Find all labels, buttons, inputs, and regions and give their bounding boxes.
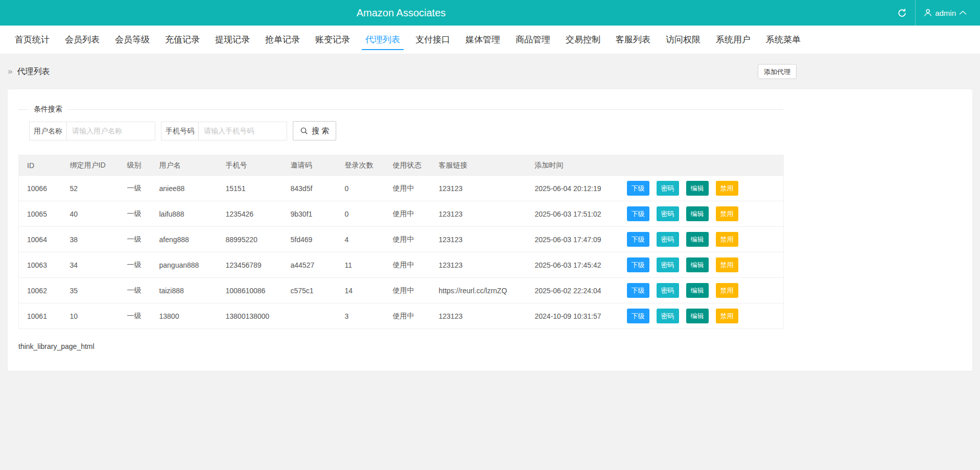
breadcrumb-marker-icon: » (8, 66, 12, 77)
user-menu[interactable]: admin (924, 9, 967, 17)
nav-tab-0[interactable]: 首页统计 (7, 26, 57, 54)
cell-login-count: 3 (337, 303, 385, 329)
phone-label: 手机号码 (161, 122, 199, 140)
phone-input[interactable] (199, 122, 287, 140)
refresh-icon[interactable] (897, 8, 907, 18)
edit-button[interactable]: 编辑 (686, 309, 709, 323)
password-button[interactable]: 密码 (657, 257, 679, 272)
edit-button[interactable]: 编辑 (686, 283, 709, 298)
cell-actions: 下级密码编辑禁用 (619, 303, 784, 329)
cell-service-link: 123123 (431, 252, 527, 278)
topbar: Amazon Associates admin (0, 0, 980, 26)
cell-service-link: 123123 (431, 227, 527, 252)
password-button[interactable]: 密码 (657, 206, 679, 221)
cell-actions: 下级密码编辑禁用 (619, 227, 784, 252)
disable-button[interactable]: 禁用 (716, 181, 738, 196)
column-header: 客服链接 (431, 155, 527, 176)
cell-service-link: 123123 (431, 303, 527, 329)
table-row: 1006235一级taizi8881008610086c575c114使用中ht… (19, 278, 784, 303)
cell-bind-user-id: 38 (62, 227, 119, 252)
phone-group: 手机号码 (161, 122, 287, 140)
app-title: Amazon Associates (357, 0, 446, 26)
disable-button[interactable]: 禁用 (716, 232, 738, 247)
edit-button[interactable]: 编辑 (686, 232, 709, 247)
nav-tab-11[interactable]: 交易控制 (558, 26, 608, 54)
disable-button[interactable]: 禁用 (716, 257, 738, 272)
cell-login-count: 11 (337, 252, 385, 278)
nav-tab-8[interactable]: 支付接口 (408, 26, 458, 54)
username: admin (935, 9, 956, 17)
nav-tab-14[interactable]: 系统用户 (708, 26, 758, 54)
cell-added-time: 2024-10-09 10:31:57 (527, 303, 619, 329)
search-button[interactable]: 搜 索 (293, 121, 336, 140)
cell-status: 使用中 (385, 176, 431, 201)
disable-button[interactable]: 禁用 (716, 309, 738, 323)
cell-id: 10062 (19, 278, 62, 303)
column-header: 用户名 (151, 155, 218, 176)
table-row: 1006540一级laifu88812354269b30f10使用中123123… (19, 201, 784, 227)
cell-added-time: 2025-06-04 20:12:19 (527, 176, 619, 201)
nav-tab-7[interactable]: 代理列表 (358, 26, 408, 54)
sub-agents-button[interactable]: 下级 (627, 257, 649, 272)
person-icon (924, 9, 932, 17)
cell-added-time: 2025-06-03 17:47:09 (527, 227, 619, 252)
nav-tab-9[interactable]: 媒体管理 (458, 26, 508, 54)
cell-username: panguan888 (151, 252, 218, 278)
cell-phone: 1008610086 (218, 278, 283, 303)
password-button[interactable]: 密码 (657, 283, 679, 298)
cell-invite-code: 9b30f1 (283, 201, 337, 227)
table-header-row: ID绑定用户ID级别用户名手机号邀请码登录次数使用状态客服链接添加时间 (19, 155, 784, 176)
nav-tab-5[interactable]: 抢单记录 (258, 26, 308, 54)
cell-level: 一级 (119, 176, 151, 201)
sub-agents-button[interactable]: 下级 (627, 309, 649, 323)
cell-bind-user-id: 35 (62, 278, 119, 303)
column-header: 邀请码 (283, 155, 337, 176)
agent-table-body: 1006652一级aniee8815151843d5f0使用中123123202… (19, 176, 784, 329)
disable-button[interactable]: 禁用 (716, 206, 738, 221)
column-header: 绑定用户ID (62, 155, 119, 176)
column-header: 级别 (119, 155, 151, 176)
edit-button[interactable]: 编辑 (686, 257, 709, 272)
edit-button[interactable]: 编辑 (686, 181, 709, 196)
sub-agents-button[interactable]: 下级 (627, 232, 649, 247)
disable-button[interactable]: 禁用 (716, 283, 738, 298)
cell-service-link: 123123 (431, 176, 527, 201)
nav-tab-3[interactable]: 充值记录 (157, 26, 207, 54)
search-button-label: 搜 索 (312, 126, 329, 136)
chevron-up-icon (959, 11, 967, 15)
page-footer-text: think_library_page_html (18, 342, 783, 350)
cell-username: 13800 (151, 303, 218, 329)
cell-level: 一级 (119, 303, 151, 329)
edit-button[interactable]: 编辑 (686, 206, 709, 221)
password-button[interactable]: 密码 (657, 309, 679, 323)
cell-login-count: 0 (337, 201, 385, 227)
nav-tab-6[interactable]: 账变记录 (308, 26, 358, 54)
cell-actions: 下级密码编辑禁用 (619, 252, 784, 278)
cell-invite-code: 843d5f (283, 176, 337, 201)
sub-agents-button[interactable]: 下级 (627, 206, 649, 221)
nav-tab-12[interactable]: 客服列表 (608, 26, 658, 54)
topbar-divider (915, 0, 916, 26)
cell-level: 一级 (119, 201, 151, 227)
column-header: 登录次数 (337, 155, 385, 176)
cell-invite-code: c575c1 (283, 278, 337, 303)
cell-status: 使用中 (385, 278, 431, 303)
nav-tab-15[interactable]: 系统菜单 (758, 26, 808, 54)
password-button[interactable]: 密码 (657, 232, 679, 247)
nav-tab-4[interactable]: 提现记录 (207, 26, 258, 54)
cell-id: 10063 (19, 252, 62, 278)
cell-bind-user-id: 40 (62, 201, 119, 227)
nav-tab-2[interactable]: 会员等级 (107, 26, 157, 54)
cell-actions: 下级密码编辑禁用 (619, 176, 784, 201)
cell-status: 使用中 (385, 201, 431, 227)
nav-tab-10[interactable]: 商品管理 (508, 26, 558, 54)
breadcrumb: 代理列表 (17, 66, 50, 77)
nav-tab-13[interactable]: 访问权限 (658, 26, 708, 54)
add-agent-button[interactable]: 添加代理 (758, 64, 797, 79)
username-input[interactable] (67, 122, 155, 140)
table-row: 1006334一级panguan888123456789a4452711使用中1… (19, 252, 784, 278)
sub-agents-button[interactable]: 下级 (627, 181, 649, 196)
password-button[interactable]: 密码 (657, 181, 679, 196)
sub-agents-button[interactable]: 下级 (627, 283, 649, 298)
nav-tab-1[interactable]: 会员列表 (57, 26, 107, 54)
